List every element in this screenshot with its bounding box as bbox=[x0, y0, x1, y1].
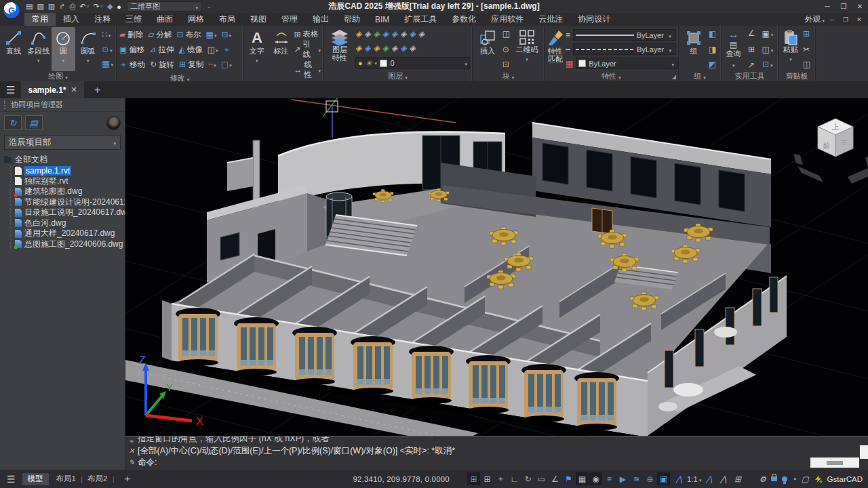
doc-menu-icon[interactable]: ☰ bbox=[0, 84, 21, 96]
menu-tab-home[interactable]: 常用 bbox=[24, 13, 56, 26]
menu-tab-help[interactable]: 帮助 bbox=[336, 13, 368, 26]
copy-button[interactable]: 复制 bbox=[179, 60, 203, 70]
layer-delete-icon[interactable] bbox=[391, 43, 397, 53]
new-tab-button[interactable]: ＋ bbox=[84, 83, 111, 96]
open-folder-icon[interactable]: ▨ bbox=[35, 1, 45, 12]
file-item[interactable]: sample.1.rvt bbox=[15, 165, 125, 176]
layer-thaw-icon[interactable] bbox=[364, 43, 370, 53]
annotation-scale-icon[interactable] bbox=[673, 472, 686, 485]
block-edit-button[interactable] bbox=[502, 45, 510, 54]
measure-icon[interactable] bbox=[728, 29, 739, 40]
scale-button[interactable] bbox=[221, 60, 232, 69]
quick-select-button[interactable] bbox=[762, 29, 773, 39]
panel-caption-utilities[interactable]: 实用工具 bbox=[722, 71, 778, 81]
copy-nested-button[interactable] bbox=[762, 45, 773, 54]
calculator-icon[interactable] bbox=[748, 45, 755, 54]
panel-caption-draw[interactable]: 绘图 bbox=[0, 71, 116, 81]
linear-button[interactable]: 线性 bbox=[294, 60, 321, 80]
layer-control-icon[interactable]: ≋ bbox=[630, 472, 643, 485]
mirror-button[interactable]: 镜像 bbox=[178, 45, 202, 55]
circle-button[interactable]: 圆 bbox=[52, 27, 75, 71]
menu-tab-annotate[interactable]: 注释 bbox=[87, 13, 118, 26]
command-hscrollbar[interactable] bbox=[810, 458, 859, 468]
chevron-down-icon[interactable]: ˅ bbox=[86, 4, 89, 9]
menu-tab-insert[interactable]: 插入 bbox=[56, 13, 87, 26]
layer-dropdown[interactable]: 0 bbox=[355, 57, 470, 69]
export-icon[interactable]: ↱ bbox=[58, 1, 66, 12]
join-button[interactable] bbox=[223, 45, 231, 54]
layer-unlock-icon[interactable] bbox=[373, 29, 379, 39]
table-button[interactable]: 表格 bbox=[294, 29, 321, 39]
menu-tab-layout[interactable]: 布局 bbox=[212, 13, 243, 26]
layer-sun-icon[interactable] bbox=[366, 59, 372, 68]
selection-cycling-icon[interactable]: ▶ bbox=[616, 472, 629, 485]
document-tab[interactable]: sample.1* ✕ bbox=[21, 81, 83, 98]
linetype-dropdown[interactable]: ByLayer bbox=[573, 43, 676, 55]
text-button[interactable]: A 文字 bbox=[245, 27, 269, 82]
menu-tab-bim[interactable]: BIM bbox=[368, 13, 397, 26]
explode-button[interactable]: 分解 bbox=[148, 30, 172, 40]
command-input-line[interactable]: 命令: bbox=[125, 457, 868, 468]
ungroup-button[interactable] bbox=[709, 30, 716, 38]
color-palette-icon[interactable] bbox=[566, 60, 573, 68]
layer-bulb-icon[interactable] bbox=[358, 59, 363, 67]
save-icon[interactable]: ▥ bbox=[47, 1, 56, 12]
leader-button[interactable]: 引线 bbox=[294, 39, 321, 60]
file-item[interactable]: 节能绿建设计说明-20240612.dwg bbox=[15, 197, 125, 208]
break-button[interactable] bbox=[208, 60, 216, 69]
ruler-icon[interactable] bbox=[730, 41, 737, 49]
lineweight-dropdown[interactable]: ByLayer bbox=[573, 29, 676, 41]
file-item[interactable]: 目录施工说明_20240617.dwg bbox=[15, 207, 125, 218]
layer-walk-icon[interactable] bbox=[400, 29, 406, 39]
menu-tab-surface[interactable]: 曲面 bbox=[149, 13, 180, 26]
command-window[interactable]: 指定窗口的角点，输入比例因子 (nX 或 nXP)，或者 [全部(A)/中心(C… bbox=[125, 436, 868, 470]
snap-mode-icon[interactable]: ⊞ bbox=[481, 472, 494, 485]
tab-layout2[interactable]: 布局2 bbox=[84, 474, 111, 484]
folder-all-documents[interactable]: 全部文档 bbox=[4, 154, 125, 165]
performance-icon[interactable] bbox=[792, 475, 797, 483]
move-button[interactable]: 移动 bbox=[119, 60, 145, 70]
rotate-button[interactable]: 旋转 bbox=[150, 60, 174, 70]
layer-freeze-icon[interactable] bbox=[364, 29, 370, 39]
chat-icon[interactable]: ● bbox=[115, 1, 123, 12]
layer-isolate-icon[interactable] bbox=[382, 29, 389, 39]
boolean-button[interactable]: 布尔 bbox=[176, 30, 201, 40]
panel-caption-layer[interactable]: 图层 bbox=[323, 71, 472, 81]
polar-tracking-icon[interactable]: ↻ bbox=[521, 472, 534, 485]
menu-tab-express[interactable]: 扩展工具 bbox=[397, 13, 444, 26]
qrcode-button[interactable]: 二维码 bbox=[512, 27, 542, 71]
osnap-tracking-icon[interactable]: ⚑ bbox=[562, 472, 575, 485]
gstarcad-logo-icon[interactable]: G bbox=[3, 1, 20, 19]
match-properties-button[interactable]: 特性匹配 bbox=[547, 27, 564, 71]
block-attr-button[interactable] bbox=[502, 60, 510, 68]
layer-merge-icon[interactable] bbox=[391, 29, 397, 39]
file-item[interactable]: 通用大样_20240617.dwg bbox=[15, 228, 125, 239]
layer-properties-button[interactable]: 图层特性 bbox=[326, 27, 354, 71]
dimension-button[interactable]: 标注 bbox=[270, 27, 293, 82]
import-button[interactable] bbox=[25, 115, 43, 130]
layer-lock-state-icon[interactable] bbox=[375, 59, 378, 67]
file-item[interactable]: 建筑轮廓图.dwg bbox=[15, 186, 125, 197]
menu-tab-output[interactable]: 输出 bbox=[305, 13, 336, 26]
menu-tab-3d[interactable]: 三维 bbox=[118, 13, 149, 26]
menu-tab-parametric[interactable]: 参数化 bbox=[444, 13, 484, 26]
polyline-button[interactable]: 多段线 bbox=[27, 27, 51, 71]
erase-button[interactable]: 删除 bbox=[119, 30, 143, 40]
cut-button[interactable] bbox=[803, 45, 810, 54]
menu-tab-collaboration[interactable]: 协同设计 bbox=[570, 13, 618, 26]
tab-layout1[interactable]: 布局1 bbox=[53, 474, 79, 484]
layer-copy-icon[interactable] bbox=[409, 43, 415, 53]
linetype-icon[interactable] bbox=[566, 45, 570, 54]
create-block-button[interactable] bbox=[502, 30, 510, 38]
new-layout-button[interactable]: ＋ bbox=[115, 473, 138, 485]
grid-snap-icon[interactable]: ＋ bbox=[494, 472, 507, 485]
user-avatar[interactable] bbox=[106, 116, 121, 130]
workspace-select[interactable]: 二维草图 bbox=[127, 1, 201, 12]
hatch-display-icon[interactable]: ▦ bbox=[576, 472, 589, 485]
new-file-icon[interactable]: ▤ bbox=[24, 1, 34, 12]
layer-off-icon[interactable] bbox=[355, 43, 361, 53]
layer-on-icon[interactable] bbox=[355, 29, 361, 39]
grip-icon[interactable] bbox=[130, 437, 134, 445]
copy-base-button[interactable] bbox=[803, 60, 810, 68]
group-edit-button[interactable] bbox=[709, 45, 716, 54]
